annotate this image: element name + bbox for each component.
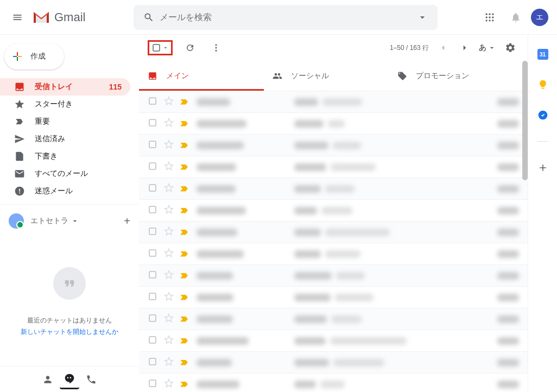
more-button[interactable]	[207, 39, 225, 56]
row-star[interactable]	[164, 292, 175, 303]
row-star[interactable]	[164, 205, 175, 216]
row-subject	[294, 163, 486, 171]
footer-hangouts-button[interactable]	[60, 370, 79, 389]
scrollbar[interactable]	[522, 61, 528, 180]
tab-promotions[interactable]: プロモーション	[389, 61, 514, 91]
apps-button[interactable]	[479, 7, 501, 28]
mail-row[interactable]	[139, 91, 528, 113]
row-star[interactable]	[164, 96, 175, 108]
mail-row[interactable]	[139, 178, 528, 200]
nav-allmail[interactable]: すべてのメール	[0, 165, 130, 182]
svg-rect-22	[149, 293, 156, 300]
row-importance[interactable]	[180, 338, 191, 344]
account-avatar[interactable]: エ	[531, 9, 548, 26]
row-star[interactable]	[164, 161, 175, 173]
mail-row[interactable]	[139, 222, 528, 243]
row-importance[interactable]	[180, 317, 191, 322]
row-checkbox[interactable]	[148, 357, 159, 368]
row-checkbox[interactable]	[148, 270, 159, 281]
row-checkbox[interactable]	[148, 292, 159, 303]
row-checkbox[interactable]	[148, 313, 159, 325]
row-checkbox[interactable]	[148, 96, 159, 108]
footer-contacts-button[interactable]	[38, 370, 58, 389]
mail-row[interactable]	[139, 352, 528, 374]
nav-inbox[interactable]: 受信トレイ 115	[0, 78, 130, 96]
mail-row[interactable]	[139, 287, 528, 308]
row-star[interactable]	[164, 270, 175, 281]
row-star[interactable]	[164, 118, 175, 129]
nav-important[interactable]: 重要	[0, 113, 130, 130]
row-checkbox[interactable]	[148, 140, 159, 151]
mail-row[interactable]	[139, 308, 528, 330]
input-tools-button[interactable]: あ	[479, 43, 496, 53]
mail-row[interactable]	[139, 200, 528, 222]
row-checkbox[interactable]	[148, 335, 159, 346]
row-star[interactable]	[164, 183, 175, 194]
mail-row[interactable]	[139, 374, 528, 392]
next-page-button[interactable]	[456, 39, 473, 56]
mail-row[interactable]	[139, 156, 528, 178]
main-menu-button[interactable]	[4, 4, 30, 30]
tab-social[interactable]: ソーシャル	[264, 61, 389, 91]
row-importance[interactable]	[180, 295, 191, 300]
mail-row[interactable]	[139, 330, 528, 352]
row-subject	[294, 229, 486, 236]
mail-row[interactable]	[139, 113, 528, 135]
row-checkbox[interactable]	[148, 205, 159, 216]
row-star[interactable]	[164, 378, 175, 390]
compose-button[interactable]: 作成	[4, 43, 64, 69]
search-options-button[interactable]	[412, 12, 433, 23]
calendar-addon-button[interactable]: 31	[534, 46, 552, 63]
nav-sent[interactable]: 送信済み	[0, 130, 130, 148]
row-star[interactable]	[164, 357, 175, 368]
tasks-addon-button[interactable]	[534, 106, 552, 124]
row-checkbox[interactable]	[148, 248, 159, 260]
notifications-button[interactable]	[505, 7, 527, 28]
row-importance[interactable]	[180, 360, 191, 365]
settings-button[interactable]	[502, 39, 519, 56]
hangouts-start-link[interactable]: 新しいチャットを開始しませんか	[21, 327, 118, 337]
toolbar: 1–50 / 163 行 あ	[139, 35, 528, 61]
footer-phone-button[interactable]	[81, 370, 101, 389]
row-star[interactable]	[164, 140, 175, 151]
tab-label: プロモーション	[416, 71, 469, 81]
row-checkbox[interactable]	[148, 183, 159, 194]
row-checkbox[interactable]	[148, 118, 159, 129]
search-input[interactable]	[160, 12, 412, 22]
row-star[interactable]	[164, 248, 175, 260]
nav-drafts[interactable]: 下書き	[0, 148, 130, 165]
row-importance[interactable]	[180, 165, 191, 170]
nav-starred[interactable]: スター付き	[0, 96, 130, 113]
tab-primary[interactable]: メイン	[139, 61, 264, 91]
row-importance[interactable]	[180, 143, 191, 148]
get-addons-button[interactable]	[534, 159, 552, 176]
hangouts-user-row[interactable]: エトセトラ +	[0, 209, 139, 233]
hangouts-add-button[interactable]: +	[124, 215, 130, 227]
keep-addon-button[interactable]	[534, 76, 552, 93]
prev-page-button[interactable]	[434, 39, 452, 56]
row-checkbox[interactable]	[148, 161, 159, 173]
row-star[interactable]	[164, 335, 175, 346]
row-importance[interactable]	[180, 121, 191, 127]
row-star[interactable]	[164, 226, 175, 238]
row-importance[interactable]	[180, 99, 191, 105]
row-importance[interactable]	[180, 186, 191, 192]
row-importance[interactable]	[180, 208, 191, 213]
select-all-checkbox[interactable]	[148, 40, 173, 55]
mail-row[interactable]	[139, 135, 528, 156]
row-importance[interactable]	[180, 382, 191, 387]
logo-area[interactable]: Gmail	[30, 10, 128, 24]
mail-row[interactable]	[139, 243, 528, 265]
row-star[interactable]	[164, 313, 175, 325]
row-checkbox[interactable]	[148, 378, 159, 390]
row-importance[interactable]	[180, 230, 191, 235]
refresh-button[interactable]	[181, 39, 199, 56]
search-bar[interactable]	[134, 5, 438, 30]
row-importance[interactable]	[180, 273, 191, 279]
nav-spam[interactable]: 迷惑メール	[0, 182, 130, 200]
row-checkbox[interactable]	[148, 226, 159, 238]
mail-row[interactable]	[139, 265, 528, 287]
row-importance[interactable]	[180, 251, 191, 257]
search-button[interactable]	[138, 12, 160, 23]
header-actions: エ	[479, 7, 553, 28]
